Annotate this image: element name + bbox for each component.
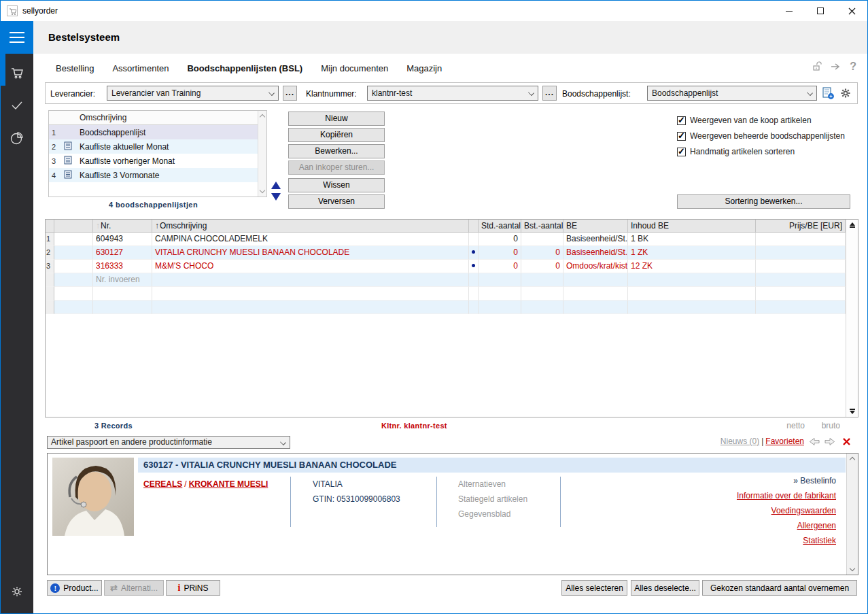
scroll-up-icon[interactable] (850, 457, 855, 462)
tab-magazijn[interactable]: Magazijn (406, 63, 442, 73)
sortering-bewerken-button[interactable]: Sortering bewerken... (677, 194, 850, 209)
minimize-button[interactable] (774, 1, 805, 21)
column-be[interactable]: BE (563, 220, 628, 232)
leverancier-browse-button[interactable]: ... (283, 86, 297, 101)
column-bst-aantal[interactable]: Bst.-aantal (521, 220, 563, 232)
scroll-up-icon[interactable] (260, 114, 265, 120)
kopieren-button[interactable]: Kopiëren (288, 128, 385, 142)
checkmark-icon[interactable] (1, 92, 33, 119)
filter-bar: Leverancier: Leverancier van Training ..… (45, 82, 858, 104)
checkbox-handmatig-sorteren[interactable]: Handmatig artikelen sorteren (677, 147, 795, 156)
app-logo-icon (7, 5, 18, 16)
list-item[interactable]: 3 Kaufliste vorheriger Monat (49, 154, 258, 168)
product-button[interactable]: ! Product... (47, 580, 102, 596)
column-nr[interactable]: ↑Nr. (93, 220, 152, 232)
header-icon-group: ? (812, 61, 856, 73)
alles-selecteren-button[interactable]: Alles selecteren (561, 580, 627, 596)
nieuws-link[interactable]: Nieuws (0) (721, 437, 759, 446)
nr-entry-field[interactable]: Nr. invoeren (93, 273, 152, 287)
move-up-button[interactable] (271, 180, 281, 191)
table-row-selected[interactable]: 2 630127 VITALIA CRUNCHY MUESLI BANAAN C… (46, 246, 846, 260)
close-button[interactable] (836, 1, 867, 21)
checkbox-icon[interactable] (677, 132, 686, 141)
fabrikant-info-link[interactable]: Informatie over de fabrikant (737, 491, 836, 500)
checkbox-beheerde-lijsten[interactable]: Weergeven beheerde boodschappenlijsten (677, 131, 845, 141)
help-icon[interactable]: ? (850, 61, 856, 73)
column-inhoud-be[interactable]: Inhoud BE (628, 220, 756, 232)
bestelinfo-link[interactable]: » Bestelinfo (793, 476, 836, 485)
list-settings-gear-icon[interactable] (839, 87, 852, 101)
statistiek-link[interactable]: Statistiek (803, 536, 836, 545)
collapse-top-icon[interactable] (849, 222, 855, 228)
list-document-icon (61, 170, 76, 181)
column-omschrijving[interactable]: ↑Omschrijving (152, 220, 469, 232)
boodschappenlijst-select[interactable]: Boodschappenlijst (647, 86, 817, 101)
app-window: sellyorder Bestelsysteem Bestelling Asso (0, 0, 868, 614)
column-prijs-be[interactable]: Prijs/BE [EUR] (756, 220, 846, 232)
table-side-strip (846, 220, 858, 417)
favorieten-link[interactable]: Favorieten (765, 437, 804, 446)
checkbox-koop-artikelen[interactable]: Weergeven van de koop artikelen (677, 116, 812, 125)
nieuw-button[interactable]: Nieuw (288, 112, 385, 126)
title-bar: sellyorder (1, 1, 867, 21)
maximize-button[interactable] (805, 1, 836, 21)
chevron-down-icon (807, 90, 813, 96)
wissen-button[interactable]: Wissen (288, 178, 385, 192)
prev-arrow-icon[interactable] (809, 437, 820, 446)
new-list-icon[interactable] (822, 87, 835, 102)
klantnummer-select[interactable]: klantnr-test (367, 86, 538, 101)
move-down-button[interactable] (271, 191, 281, 203)
tab-bestelling[interactable]: Bestelling (56, 63, 94, 73)
scroll-down-icon[interactable] (850, 566, 855, 571)
next-arrow-icon[interactable] (824, 437, 835, 446)
lock-open-icon[interactable] (812, 61, 822, 72)
list-item[interactable]: 1 Boodschappenlijst (49, 125, 258, 139)
sort-arrow-icon: ↑ (96, 221, 100, 231)
cart-icon[interactable] (1, 59, 33, 86)
list-item[interactable]: 4 Kaufliste 3 Vormonate (49, 168, 258, 182)
allergenen-link[interactable]: Allergenen (797, 521, 836, 530)
chevron-down-icon (528, 90, 534, 96)
alles-deselecteren-button[interactable]: Alles deselecte... (631, 580, 699, 596)
column-omschrijving[interactable]: Omschrijving (76, 113, 258, 122)
pie-chart-icon[interactable] (1, 124, 33, 152)
column-std-aantal[interactable]: Std.-aantal (479, 220, 521, 232)
hamburger-menu-button[interactable] (1, 21, 33, 54)
product-info-select[interactable]: Artikel paspoort en andere productinform… (47, 436, 290, 449)
verversen-button[interactable]: Verversen (288, 194, 385, 209)
settings-gear-icon[interactable] (1, 578, 33, 605)
scrollbar[interactable] (258, 111, 266, 197)
row-number: 2 (46, 246, 54, 260)
bewerken-button[interactable]: Bewerken... (288, 144, 385, 158)
tab-assortimenten[interactable]: Assortimenten (112, 63, 169, 73)
checkbox-label: Handmatig artikelen sorteren (690, 147, 795, 156)
leverancier-select[interactable]: Leverancier van Training (107, 86, 279, 101)
scroll-down-icon[interactable] (260, 188, 265, 193)
chevron-down-icon (280, 439, 286, 445)
checkbox-label: Weergeven van de koop artikelen (690, 116, 812, 125)
gekozen-standaard-button[interactable]: Gekozen standaard aantal overnemen (702, 580, 857, 596)
records-count-label: 3 Records (94, 422, 133, 430)
scrollbar[interactable] (846, 454, 858, 575)
voedingswaarden-link[interactable]: Voedingswaarden (771, 506, 836, 515)
support-agent-photo (52, 458, 134, 536)
forward-arrow-icon[interactable] (830, 62, 842, 71)
prins-info-icon: i (178, 584, 181, 592)
row-number: 3 (46, 260, 54, 273)
tab-boodschappenlijsten[interactable]: Boodschappenlijsten (BSL) (187, 63, 302, 73)
checkbox-icon[interactable] (677, 148, 686, 156)
table-row[interactable]: 1 604943 CAMPINA CHOCOLADEMELK 0 Basisee… (46, 233, 846, 246)
tab-mijn-documenten[interactable]: Mijn documenten (321, 63, 388, 73)
module-header: Bestelsysteem (33, 21, 867, 54)
collapse-bottom-icon[interactable] (849, 409, 855, 414)
category-link-cereals[interactable]: CEREALS (143, 479, 182, 489)
table-row[interactable]: 3 316333 M&M'S CHOCO 0 0 Omdoos/krat/kis… (46, 260, 846, 273)
article-entry-row[interactable]: Nr. invoeren (46, 273, 846, 287)
separator: | (761, 437, 763, 446)
prins-button[interactable]: i PRiNS (166, 580, 220, 596)
list-item[interactable]: 2 Kaufliste aktueller Monat (49, 139, 258, 154)
klantnummer-browse-button[interactable]: ... (542, 86, 557, 101)
category-link-krokante-muesli[interactable]: KROKANTE MUESLI (189, 479, 268, 489)
close-panel-icon[interactable] (842, 437, 851, 446)
checkbox-icon[interactable] (677, 116, 686, 125)
